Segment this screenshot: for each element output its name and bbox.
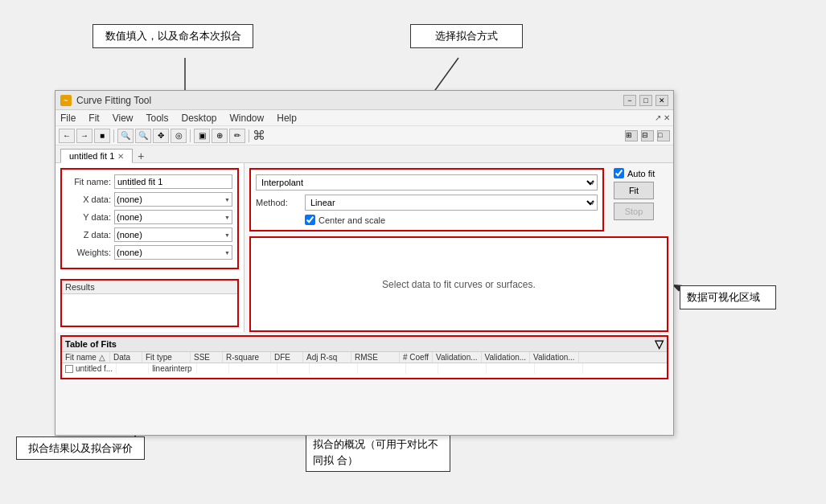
menu-tools[interactable]: Tools	[144, 113, 170, 124]
x-data-select[interactable]: (none)	[114, 192, 232, 207]
fit-type-panel: Interpolant Method: Linear	[249, 168, 604, 232]
table-columns: Fit name △ Data Fit type SSE R-square DF…	[62, 352, 667, 363]
toolbar-stop[interactable]: ■	[94, 129, 110, 143]
center-scale-row: Center and scale	[256, 215, 598, 225]
window-controls[interactable]: − □ ✕	[623, 95, 668, 106]
toolbar-rotate[interactable]: ◎	[171, 129, 187, 143]
weights-label: Weights:	[67, 248, 111, 257]
fit-name-input[interactable]	[114, 174, 232, 189]
center-scale-checkbox[interactable]	[305, 215, 315, 225]
cell-adjrsq	[310, 363, 358, 374]
menu-help[interactable]: Help	[275, 113, 298, 124]
fit-type-type-row: Interpolant	[256, 174, 598, 191]
menu-desktop[interactable]: Desktop	[180, 113, 219, 124]
y-data-select-wrapper: (none)	[114, 210, 232, 224]
annotation-top-right: 选择拟合方式	[410, 24, 523, 48]
toolbar-special[interactable]: ⌘	[253, 128, 265, 143]
toolbar-right: ⊞ ⊟ □	[625, 130, 670, 141]
z-data-select-wrapper: (none)	[114, 227, 232, 242]
toolbar-pan[interactable]: ✥	[153, 129, 169, 143]
plot-placeholder-text: Select data to fit curves or surfaces.	[382, 279, 536, 290]
z-data-row: Z data: (none)	[67, 227, 232, 242]
results-panel: Results	[60, 279, 239, 327]
x-data-select-wrapper: (none)	[114, 192, 232, 207]
table-row: untitled f... linearinterp	[62, 363, 667, 374]
table-header-bar: Table of Fits ▽	[62, 337, 667, 352]
view-btn-1[interactable]: ⊞	[625, 130, 638, 141]
col-fit-type: Fit type	[142, 352, 191, 363]
col-val1: Validation...	[433, 352, 482, 363]
x-data-row: X data: (none)	[67, 192, 232, 207]
fit-method-label: Method:	[256, 198, 300, 207]
toolbar-sep1	[113, 129, 114, 142]
toolbar-back[interactable]: ←	[59, 129, 75, 143]
autofit-checkbox[interactable]	[614, 168, 624, 178]
view-btn-2[interactable]: ⊟	[641, 130, 654, 141]
toolbar-sep3	[249, 129, 249, 142]
annotation-bottom-middle: 拟合的概况（可用于对比不同拟 合）	[306, 432, 450, 472]
fit-name-label: Fit name:	[67, 177, 111, 186]
weights-select[interactable]: (none)	[114, 245, 232, 260]
fit-type-select[interactable]: Interpolant	[256, 174, 598, 191]
y-data-label: Y data:	[67, 212, 111, 222]
window-body: Fit name: X data: (none)	[55, 163, 673, 435]
left-panel: Fit name: X data: (none)	[55, 163, 245, 332]
cell-val1	[438, 363, 487, 374]
col-rsquare: R-square	[223, 352, 271, 363]
dock-button[interactable]: ↗ ✕	[655, 113, 670, 122]
row-checkbox[interactable]	[65, 365, 73, 373]
fit-button[interactable]: Fit	[614, 182, 654, 199]
center-scale-label: Center and scale	[318, 215, 385, 225]
tab-label: untitled fit 1	[69, 151, 114, 161]
y-data-row: Y data: (none)	[67, 210, 232, 224]
fit-type-select-wrapper: Interpolant	[256, 174, 598, 191]
x-data-label: X data:	[67, 195, 111, 204]
weights-row: Weights: (none)	[67, 245, 232, 260]
menu-view[interactable]: View	[111, 113, 135, 124]
cell-fit-type: linearinterp	[149, 363, 197, 374]
close-button[interactable]: ✕	[655, 95, 668, 106]
view-btn-3[interactable]: □	[657, 130, 670, 141]
tab-add-button[interactable]: +	[134, 150, 147, 162]
toolbar-zoom-in[interactable]: 🔍	[117, 129, 134, 143]
main-window: ~ Curve Fitting Tool − □ ✕ File Fit View…	[55, 90, 674, 436]
fit-method-select[interactable]: Linear	[305, 195, 598, 211]
menu-fit[interactable]: Fit	[87, 113, 101, 124]
maximize-button[interactable]: □	[639, 95, 652, 106]
col-rmse: RMSE	[351, 352, 400, 363]
col-sse: SSE	[191, 352, 223, 363]
z-data-select[interactable]: (none)	[114, 227, 232, 242]
y-data-select[interactable]: (none)	[114, 210, 232, 224]
stop-button[interactable]: Stop	[614, 203, 654, 220]
tab-bar: untitled fit 1 ✕ +	[55, 145, 673, 163]
col-adjrsq: Adj R-sq	[303, 352, 351, 363]
toolbar-grid[interactable]: ▣	[194, 129, 210, 143]
minimize-button[interactable]: −	[623, 95, 636, 106]
z-data-label: Z data:	[67, 230, 111, 240]
tab-close-icon[interactable]: ✕	[117, 152, 124, 161]
col-fit-name: Fit name △	[62, 352, 110, 363]
app-icon: ~	[60, 95, 72, 106]
cell-data	[117, 363, 149, 374]
toolbar-add[interactable]: ⊕	[212, 129, 228, 143]
toolbar-sep2	[190, 129, 191, 142]
table-title: Table of Fits	[65, 339, 117, 349]
menu-window[interactable]: Window	[228, 113, 266, 124]
cell-fit-name: untitled f...	[62, 363, 117, 374]
cell-val3	[535, 363, 583, 374]
toolbar-forward[interactable]: →	[76, 129, 92, 143]
toolbar-zoom-out[interactable]: 🔍	[135, 129, 151, 143]
autofit-label: Auto fit	[627, 169, 655, 178]
title-bar: ~ Curve Fitting Tool − □ ✕	[55, 91, 673, 110]
toolbar-edit[interactable]: ✏	[229, 129, 245, 143]
col-val3: Validation...	[530, 352, 579, 363]
annotation-right-middle: 数据可视化区域	[680, 285, 776, 309]
menu-file[interactable]: File	[59, 113, 77, 124]
table-collapse-icon[interactable]: ▽	[655, 338, 664, 350]
fit-name-row: Fit name:	[67, 174, 232, 189]
col-coeff: # Coeff	[400, 352, 433, 363]
window-title: Curve Fitting Tool	[76, 95, 151, 106]
tab-untitled-fit-1[interactable]: untitled fit 1 ✕	[60, 149, 133, 163]
results-content	[62, 294, 237, 326]
cell-coeff	[406, 363, 438, 374]
